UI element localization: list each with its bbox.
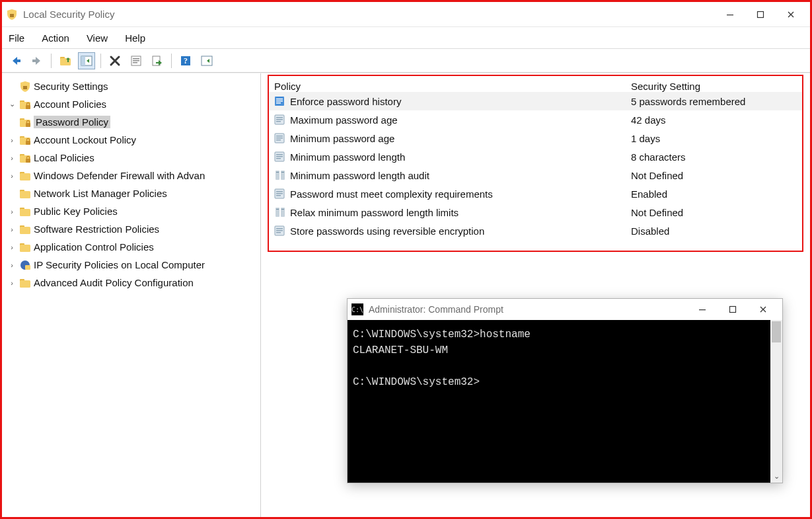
command-prompt-window[interactable]: C:\ Administrator: Command Prompt C:\WIN… [347,298,783,483]
window-title: Local Security Policy [23,9,114,20]
folder-icon [19,277,31,289]
cmd-minimize-button[interactable] [687,299,718,319]
tree-password-policy[interactable]: Password Policy [5,113,258,131]
folder-lock-icon [19,116,31,128]
tree-software-restriction[interactable]: ›Software Restriction Policies [5,220,258,238]
column-security-setting[interactable]: Security Setting [631,81,797,92]
cmd-title: Administrator: Command Prompt [369,304,503,315]
policy-row[interactable]: Maximum password age 42 days [269,110,802,129]
policy-row[interactable]: Store passwords using reversible encrypt… [269,221,802,240]
tree-account-policies[interactable]: ⌄ Account Policies [5,95,258,113]
back-button[interactable] [7,52,24,69]
policy-item-icon [274,132,286,144]
help-button[interactable]: ? [177,52,194,69]
up-button[interactable] [57,52,74,69]
maximize-button[interactable] [745,5,776,24]
folder-icon [19,170,31,182]
folder-lock-icon [19,99,31,110]
svg-rect-25 [133,60,139,61]
policy-grid[interactable]: Policy Security Setting Enforce password… [269,76,802,240]
column-policy[interactable]: Policy [274,81,631,92]
menu-action[interactable]: Action [42,32,69,44]
menu-view[interactable]: View [87,32,108,44]
svg-rect-26 [133,62,137,63]
policy-list-highlight: Policy Security Setting Enforce password… [268,75,803,252]
refresh-button[interactable] [198,52,215,69]
tree-app-control[interactable]: ›Application Control Policies [5,238,258,256]
svg-rect-24 [133,58,139,60]
scrollbar-down-icon[interactable]: ⌄ [770,471,782,481]
toolbar: ? [2,49,810,73]
scrollbar-thumb[interactable] [772,321,781,342]
tree-pane[interactable]: Security Settings ⌄ Account Policies [2,73,261,517]
tree-local-policies[interactable]: ›Local Policies [5,149,258,167]
policy-item-icon [274,114,286,126]
app-icon [6,9,18,20]
forward-button[interactable] [28,52,46,69]
cmd-output[interactable]: C:\WINDOWS\system32>hostname CLARANET-SB… [348,320,770,483]
tree-ipsec[interactable]: ›IP Security Policies on Local Computer [5,256,258,274]
minimize-button[interactable] [715,5,745,24]
tree-root[interactable]: Security Settings [5,77,258,95]
policy-row[interactable]: Enforce password history 5 passwords rem… [269,92,802,110]
folder-lock-icon [19,152,31,164]
cmd-scrollbar[interactable]: ⌄ [770,320,782,483]
policy-grid-header[interactable]: Policy Security Setting [269,76,802,92]
folder-icon [19,241,31,253]
policy-row[interactable]: Minimum password length 8 characters [269,147,802,166]
policy-item-icon [274,151,286,163]
menu-file[interactable]: File [9,32,24,44]
local-security-policy-window: Local Security Policy File Action View H… [2,2,810,517]
tree-network-list[interactable]: Network List Manager Policies [5,184,258,202]
tree-public-key[interactable]: ›Public Key Policies [5,202,258,220]
cmd-close-button[interactable] [748,299,778,319]
svg-text:?: ? [184,56,188,65]
tree-defender[interactable]: ›Windows Defender Firewall with Advan [5,167,258,184]
policy-row[interactable]: Minimum password age 1 days [269,129,802,147]
menubar: File Action View Help [2,27,810,48]
delete-button[interactable] [106,52,124,69]
policy-row[interactable]: Password must meet complexity requiremen… [269,184,802,203]
policy-item-icon [274,225,286,237]
properties-button[interactable] [128,52,145,69]
svg-rect-20 [758,11,764,17]
server-icon [274,169,286,181]
titlebar: Local Security Policy [2,2,810,27]
shield-icon [19,81,31,93]
details-pane: Policy Security Setting Enforce password… [261,73,810,517]
svg-rect-22 [81,56,85,65]
show-tree-button[interactable] [78,52,95,69]
svg-rect-19 [727,15,733,15]
svg-rect-32 [730,307,736,313]
policy-item-icon [274,188,286,200]
tree-adv-audit[interactable]: ›Advanced Audit Policy Configuration [5,274,258,292]
tree-account-lockout[interactable]: › Account Lockout Policy [5,131,258,149]
ipsec-icon [19,259,31,271]
cmd-icon: C:\ [351,303,363,315]
cmd-maximize-button[interactable] [718,299,748,319]
server-icon [274,206,286,218]
folder-icon [19,188,31,200]
folder-lock-icon [19,134,31,146]
cmd-titlebar[interactable]: C:\ Administrator: Command Prompt [348,299,782,320]
menu-help[interactable]: Help [125,32,145,44]
svg-rect-31 [699,309,706,310]
policy-item-icon [274,95,286,107]
export-button[interactable] [149,52,166,69]
folder-icon [19,206,31,218]
policy-row[interactable]: Relax minimum password length limits Not… [269,203,802,221]
close-button[interactable] [776,5,806,24]
folder-icon [19,223,31,235]
policy-row[interactable]: Minimum password length audit Not Define… [269,166,802,184]
